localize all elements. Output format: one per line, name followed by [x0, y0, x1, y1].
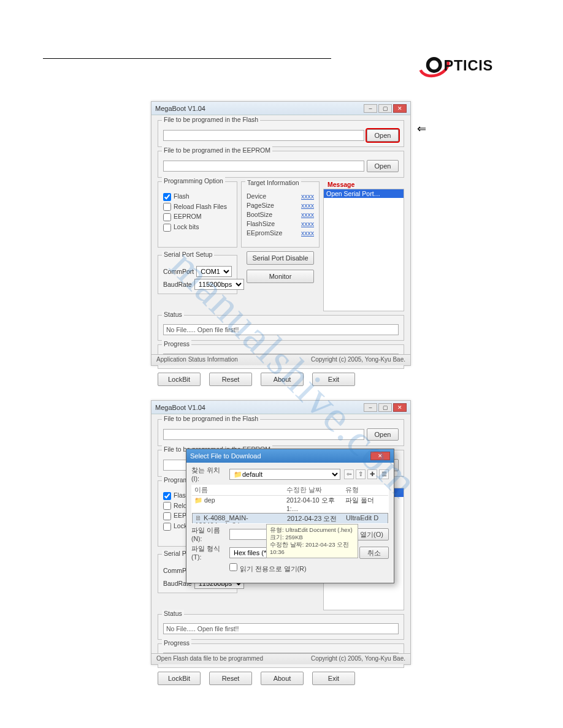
lockbit-button[interactable]: LockBit — [158, 672, 201, 685]
status-text — [163, 623, 399, 634]
progress-legend: Progress — [162, 639, 191, 646]
status-group: Status — [158, 614, 404, 640]
target-eepromsize-value: xxxx — [301, 229, 314, 237]
serial-port-legend: Serial Port Setup — [162, 251, 214, 258]
reset-button[interactable]: Reset — [209, 672, 252, 685]
file-dialog-titlebar: Select File to Download ✕ — [186, 449, 394, 463]
list-item[interactable]: 📁dep 2012-04-10 오후 1:… 파일 폴더 — [192, 496, 388, 513]
message-legend: Message — [326, 181, 356, 188]
baudrate-label: BaudRate — [163, 281, 192, 288]
target-info-legend: Target Information — [245, 179, 301, 186]
target-bootsize-label: BootSize — [247, 211, 272, 218]
open-flash-button[interactable]: Open — [367, 129, 399, 142]
commport-select[interactable]: COM1 — [196, 266, 232, 277]
new-folder-icon[interactable]: ✚ — [367, 469, 377, 479]
about-button[interactable]: About — [261, 373, 304, 386]
eeprom-file-group: File to be programed in the EEPROM Open — [158, 151, 404, 178]
serial-port-disable-button[interactable]: Serial Port Disable — [247, 251, 314, 265]
message-box: Message Open Serial Port… — [323, 189, 404, 311]
flash-file-legend: File to be programed in the Flash — [162, 415, 260, 422]
option-eeprom[interactable]: EEPROM — [163, 213, 232, 221]
monitor-button[interactable]: Monitor — [247, 270, 314, 283]
status-group: Status — [158, 315, 404, 341]
screenshot-1: MegaBoot V1.04 – ▢ ✕ File to be programe… — [151, 101, 411, 366]
minimize-button[interactable]: – — [364, 403, 377, 412]
target-flashsize-label: FlashSize — [247, 220, 275, 227]
eeprom-file-legend: File to be programed in the EEPROM — [162, 146, 272, 154]
app-title: MegaBoot V1.04 — [155, 105, 205, 112]
flash-file-input[interactable] — [163, 130, 364, 141]
file-list-header: 이름 수정한 날짜 유형 — [192, 485, 388, 496]
reset-button[interactable]: Reset — [209, 373, 252, 386]
option-flash[interactable]: Flash — [163, 192, 232, 201]
location-select[interactable]: 📁default — [229, 469, 340, 480]
filename-label: 파일 이름(N): — [191, 526, 226, 542]
list-item[interactable]: 🗎K-4088_MAIN-120404_v1_3.hex 2012-04-23 … — [192, 513, 388, 524]
eeprom-file-input[interactable] — [163, 161, 364, 172]
target-pagesize-label: PageSize — [247, 202, 274, 209]
programming-option-legend: Programming Option — [162, 177, 225, 184]
flash-file-group: File to be programed in the Flash Open — [158, 419, 404, 446]
option-reload[interactable]: Reload Flash Files — [163, 203, 232, 211]
file-dialog-close-button[interactable]: ✕ — [370, 452, 390, 460]
status-legend: Status — [162, 311, 184, 318]
target-eepromsize-label: EEpromSize — [247, 229, 282, 237]
readonly-checkbox[interactable]: 읽기 전용으로 열기(R) — [229, 563, 306, 574]
file-dialog: Select File to Download ✕ 찾는 위치(I): 📁def… — [186, 449, 394, 583]
serial-port-group: Serial Port Setup CommPort COM1 BaudRate… — [158, 255, 237, 294]
screenshot-2: MegaBoot V1.04 – ▢ ✕ File to be programe… — [151, 400, 411, 665]
statusbar-right: Copyright (c) 2005, Yong-Kyu Bae. — [311, 655, 405, 663]
statusbar: Open Flash data file to be programmed Co… — [151, 653, 410, 664]
exit-button[interactable]: Exit — [312, 672, 355, 685]
opticis-logo: PTICIS — [416, 49, 514, 83]
programming-option-group: Programming Option Flash Reload Flash Fi… — [158, 181, 237, 248]
commport-label: CommPort — [163, 268, 194, 275]
target-pagesize-value: xxxx — [301, 202, 314, 209]
minimize-button[interactable]: – — [364, 104, 377, 113]
arrow-annotation: ⇐ — [417, 122, 435, 135]
progress-legend: Progress — [162, 340, 191, 347]
filetype-label: 파일 형식(T): — [191, 545, 226, 561]
back-icon[interactable]: ⇦ — [344, 469, 354, 479]
file-dialog-title: Select File to Download — [190, 452, 261, 460]
page-header: PTICIS — [43, 31, 520, 74]
location-label: 찾는 위치(I): — [191, 466, 226, 482]
option-lockbits[interactable]: Lock bits — [163, 223, 232, 232]
folder-icon: 📁 — [194, 496, 202, 504]
target-device-label: Device — [247, 192, 266, 200]
close-button[interactable]: ✕ — [393, 104, 407, 113]
titlebar: MegaBoot V1.04 – ▢ ✕ — [151, 102, 410, 115]
maximize-button[interactable]: ▢ — [378, 403, 392, 412]
file-icon: 🗎 — [195, 514, 202, 521]
close-button[interactable]: ✕ — [393, 403, 407, 412]
message-line: Open Serial Port… — [324, 189, 404, 198]
about-button[interactable]: About — [261, 672, 304, 685]
svg-point-1 — [428, 59, 440, 71]
target-info-group: Target Information Devicexxxx PageSizexx… — [241, 181, 320, 248]
target-device-value: xxxx — [301, 192, 314, 200]
flash-file-legend: File to be programed in the Flash — [162, 116, 260, 123]
app-title: MegaBoot V1.04 — [155, 404, 205, 411]
maximize-button[interactable]: ▢ — [378, 104, 392, 113]
header-rule — [43, 58, 331, 59]
dialog-open-button[interactable]: 열기(O) — [354, 528, 389, 540]
toolbar-icons: ⇦ ⇧ ✚ ☰ — [344, 469, 389, 479]
statusbar-left: Application Status Information — [156, 356, 238, 364]
flash-file-input[interactable] — [163, 429, 364, 440]
statusbar-left: Open Flash data file to be programmed — [156, 655, 263, 663]
dialog-cancel-button[interactable]: 취소 — [359, 547, 389, 559]
open-flash-button[interactable]: Open — [367, 428, 399, 441]
target-flashsize-value: xxxx — [301, 220, 314, 227]
open-eeprom-button[interactable]: Open — [367, 160, 399, 172]
up-icon[interactable]: ⇧ — [356, 469, 366, 479]
status-text — [163, 324, 399, 335]
view-icon[interactable]: ☰ — [379, 469, 389, 479]
target-bootsize-value: xxxx — [301, 211, 314, 218]
exit-button[interactable]: Exit — [312, 373, 355, 386]
flash-file-group: File to be programed in the Flash Open — [158, 120, 404, 147]
lockbit-button[interactable]: LockBit — [158, 373, 201, 386]
baudrate-select[interactable]: 115200bps — [194, 279, 244, 290]
status-legend: Status — [162, 610, 184, 617]
svg-text:PTICIS: PTICIS — [443, 58, 493, 74]
file-list[interactable]: 이름 수정한 날짜 유형 📁dep 2012-04-10 오후 1:… 파일 폴… — [191, 485, 389, 524]
